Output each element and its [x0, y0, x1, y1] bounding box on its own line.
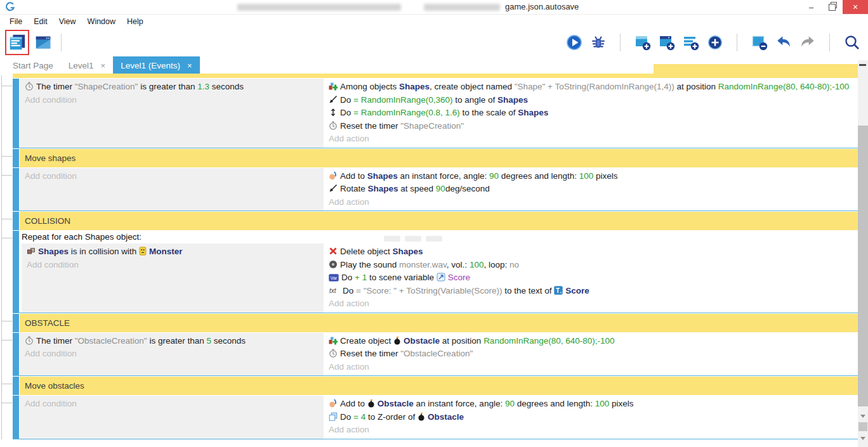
close-tab-icon[interactable]: × — [187, 61, 192, 70]
event-text-segment: The timer — [36, 82, 75, 91]
red-annotation-box — [5, 30, 29, 55]
add-condition-link[interactable]: Add condition — [25, 94, 319, 107]
event-text-segment: Score — [565, 286, 589, 295]
event-text-segment: Rotate — [340, 184, 368, 193]
title-bar: game.json.autosave – × — [0, 0, 868, 15]
add-object-icon[interactable] — [706, 34, 723, 51]
event-text-segment: Obstacle — [428, 412, 464, 422]
event-selection-bar — [13, 168, 19, 211]
event-text-segment: Do — [340, 95, 353, 105]
action-line[interactable]: txtDo = "Score: " + ToString(Variable(Sc… — [329, 285, 850, 298]
action-line[interactable]: Add to Obstacle an instant force, angle:… — [329, 398, 850, 411]
event-selection-bar — [13, 212, 19, 230]
tab-level1[interactable]: Level1 × — [61, 56, 113, 74]
scene-variable-icon — [437, 273, 445, 282]
event-text-segment: 90 — [489, 171, 499, 181]
add-scene-icon[interactable] — [634, 34, 651, 51]
restore-button[interactable] — [822, 0, 843, 14]
condition-line[interactable]: The timer "ShapeCreation" is greater tha… — [25, 81, 319, 94]
tree-tick — [1, 86, 12, 86]
menu-window[interactable]: Window — [82, 17, 121, 26]
tab-start-page[interactable]: Start Page — [5, 56, 61, 74]
close-button[interactable]: × — [843, 0, 868, 14]
bomb-object-icon — [393, 336, 401, 345]
vertical-scrollbar[interactable] — [858, 60, 868, 447]
redacted-title-text — [237, 4, 401, 11]
add-action-link[interactable]: Add action — [329, 297, 850, 311]
comment-text: Move shapes — [20, 149, 858, 167]
remove-image-icon[interactable] — [751, 34, 768, 51]
event-text-segment: at position — [440, 336, 483, 346]
redacted-title-text — [424, 4, 500, 11]
action-line[interactable]: VarDo + 1 to scene variable Score — [329, 271, 850, 285]
condition-line[interactable]: The timer "ObstacleCreation" is greater … — [25, 335, 319, 348]
event-text-segment: Do — [343, 286, 356, 295]
action-line[interactable]: Rotate Shapes at speed 90deg/second — [329, 183, 850, 196]
events-editor-icon[interactable] — [7, 32, 27, 53]
event-text-segment: RandomInRange(80, 640-80);-100 — [718, 82, 849, 91]
close-tab-icon[interactable]: × — [101, 61, 106, 70]
comment-row[interactable]: OBSTACLE — [13, 314, 858, 332]
add-condition-link[interactable]: Add condition — [25, 347, 319, 361]
event-text-segment: Add action — [329, 134, 369, 143]
scrollbar-thumb[interactable] — [858, 126, 868, 406]
event-text-segment: 100 — [595, 399, 610, 408]
scale-icon — [329, 108, 338, 117]
add-condition-link[interactable]: Add condition — [25, 170, 319, 183]
comment-row[interactable]: Move obstacles — [13, 377, 858, 395]
add-condition-link[interactable]: Add condition — [25, 398, 319, 411]
restore-icon — [829, 4, 836, 11]
menu-edit[interactable]: Edit — [28, 17, 53, 26]
action-line[interactable]: Play the sound monster.wav, vol.: 100, l… — [329, 259, 850, 272]
event-text-segment: Shapes — [497, 95, 528, 105]
actions-column: Among objects Shapes, create object name… — [324, 79, 858, 148]
event-text-segment: degrees and length: — [499, 171, 579, 181]
add-action-link[interactable]: Add action — [329, 361, 850, 374]
event-text-segment: Reset the timer — [340, 121, 400, 131]
add-action-link[interactable]: Add action — [329, 196, 850, 209]
event-text-segment: Shapes — [399, 82, 430, 91]
tree-tick — [1, 321, 12, 321]
action-line[interactable]: Create object Obstacle at position Rando… — [329, 335, 850, 348]
event-text-segment: 5 — [206, 336, 211, 346]
window-editor-icon[interactable] — [32, 30, 55, 55]
add-action-link[interactable]: Add action — [329, 133, 850, 146]
add-external-layout-icon[interactable] — [658, 34, 675, 51]
action-line[interactable]: Among objects Shapes, create object name… — [329, 81, 850, 94]
redo-icon[interactable] — [799, 34, 816, 51]
tab-level1-events[interactable]: Level1 (Events) × — [113, 56, 199, 74]
action-line[interactable]: Do = 4 to Z-order of Obstacle — [329, 411, 850, 424]
svg-text:txt: txt — [329, 287, 337, 294]
scrollbar-button[interactable] — [858, 422, 867, 431]
play-icon[interactable] — [565, 34, 582, 51]
collision-icon — [27, 247, 36, 256]
action-line[interactable]: Delete object Shapes — [329, 245, 850, 259]
event-text-segment: Delete object — [340, 247, 393, 256]
scroll-down-arrow-icon[interactable] — [860, 415, 865, 418]
action-line[interactable]: Do = RandomInRange(0.8, 1.6) to the scal… — [329, 107, 850, 120]
undo-icon[interactable] — [775, 34, 792, 51]
main-toolbar — [0, 29, 868, 56]
tree-tick — [1, 403, 12, 403]
menu-file[interactable]: File — [4, 17, 28, 26]
add-condition-link[interactable]: Add condition — [27, 259, 319, 272]
event-text-segment: "ObstacleCreation" — [75, 336, 147, 346]
action-line[interactable]: Add to Shapes an instant force, angle: 9… — [329, 170, 850, 183]
add-events-icon[interactable] — [682, 34, 699, 51]
action-line[interactable]: Reset the timer "ShapeCreation" — [329, 120, 850, 133]
debug-icon[interactable] — [589, 34, 607, 51]
action-line[interactable]: Reset the timer "ObstacleCreation" — [329, 347, 850, 361]
menu-help[interactable]: Help — [121, 17, 149, 26]
action-line[interactable]: Do = RandomInRange(0,360) to angle of Sh… — [329, 94, 850, 107]
scroll-down-arrow-icon[interactable] — [860, 437, 865, 440]
comment-row[interactable]: COLLISION — [13, 212, 858, 230]
tree-tick — [1, 219, 12, 219]
comment-row[interactable]: Move shapes — [13, 149, 858, 167]
search-icon[interactable] — [843, 34, 860, 51]
minimize-button[interactable]: – — [801, 0, 822, 14]
delete-icon — [329, 247, 338, 256]
condition-line[interactable]: Shapes is in collision with Monster — [27, 245, 319, 259]
actions-column: Add to Shapes an instant force, angle: 9… — [324, 168, 858, 211]
menu-view[interactable]: View — [53, 17, 82, 26]
add-action-link[interactable]: Add action — [329, 424, 850, 437]
